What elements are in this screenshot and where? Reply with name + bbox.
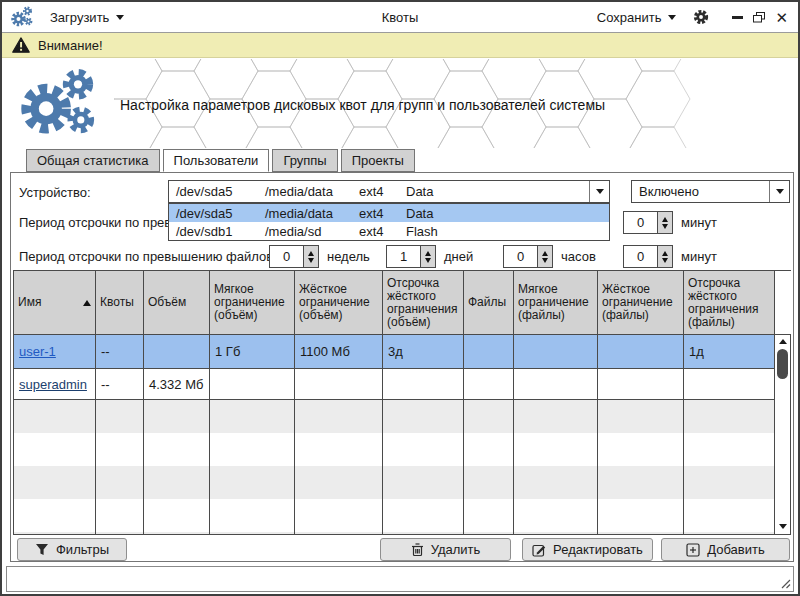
edit-button[interactable]: Редактировать: [522, 538, 653, 561]
col-header-hard-files[interactable]: Жёсткое ограничение (файлы): [598, 271, 684, 335]
col-header-volume[interactable]: Объём: [144, 271, 210, 335]
device-select[interactable]: /dev/sda5 /media/data ext4 Data: [168, 180, 610, 203]
device-dev: /dev/sda5: [169, 184, 265, 199]
unit-hours-label: часов: [561, 249, 596, 264]
status-bar: [6, 566, 794, 592]
option-fs: ext4: [359, 224, 406, 239]
spinner-value: 0: [270, 246, 303, 267]
settings-gear-icon[interactable]: [692, 8, 710, 26]
spinner-value: 0: [504, 246, 537, 267]
period-files-label: Период отсрочки по превышению файлов:: [19, 249, 277, 264]
page-description: Настройка параметров дисковых квот для г…: [120, 97, 605, 113]
combo-arrow-button[interactable]: [769, 181, 789, 202]
spinner-arrows[interactable]: [657, 212, 672, 233]
scrollbar-thumb[interactable]: [777, 349, 788, 379]
cell-soft-volume: 1 Гб: [210, 335, 295, 369]
device-mount: /media/data: [265, 184, 359, 199]
tab-bar: Общая статистика Пользователи Группы Про…: [26, 149, 418, 172]
files-minutes-spinner[interactable]: 0: [623, 245, 673, 268]
scroll-up-button[interactable]: [775, 335, 790, 348]
option-title: Data: [406, 206, 433, 221]
close-button[interactable]: ✕: [775, 10, 788, 25]
app-gears-icon: [10, 5, 34, 29]
save-menu-button[interactable]: Сохранить: [597, 10, 677, 25]
spinner-arrows[interactable]: [537, 246, 552, 267]
quota-table: Имя Квоты Объём Мягкое ограничение (объё…: [13, 270, 791, 535]
cell-hard-files: [598, 335, 684, 369]
cell-hard-volume: 1100 Мб: [295, 335, 383, 369]
col-header-soft-files[interactable]: Мягкое ограничение (файлы): [514, 271, 598, 335]
cell-quotas: --: [96, 335, 144, 369]
table-row-superadmin[interactable]: superadmin -- 4.332 Мб: [14, 369, 775, 400]
col-header-name[interactable]: Имя: [14, 271, 96, 335]
warning-text: Внимание!: [38, 38, 103, 53]
scrollbar-header-spacer: [775, 271, 791, 335]
trash-icon: [411, 543, 424, 557]
edit-label: Редактировать: [553, 542, 643, 557]
device-option-data[interactable]: /dev/sda5 /media/data ext4 Data: [169, 204, 609, 222]
filters-label: Фильтры: [56, 542, 109, 557]
spinner-arrows[interactable]: [303, 246, 318, 267]
delete-button[interactable]: Удалить: [380, 538, 511, 561]
cell-hard-volume: [295, 369, 383, 400]
col-header-hard-volume[interactable]: Жёсткое ограничение (объём): [295, 271, 383, 335]
device-option-flash[interactable]: /dev/sdb1 /media/sd ext4 Flash: [169, 222, 609, 240]
cell-grace-files: [684, 369, 775, 400]
filters-button[interactable]: Фильтры: [17, 538, 127, 561]
device-dropdown-list: /dev/sda5 /media/data ext4 Data /dev/sdb…: [168, 203, 610, 241]
window-controls: ✕: [732, 10, 788, 25]
cell-files: [464, 369, 514, 400]
minimize-button[interactable]: [732, 16, 743, 19]
option-dev: /dev/sda5: [169, 206, 265, 221]
col-header-quotas[interactable]: Квоты: [96, 271, 144, 335]
user-link[interactable]: user-1: [19, 344, 56, 359]
page-header: Настройка параметров дисковых квот для г…: [2, 59, 798, 148]
device-title: Data: [406, 184, 433, 199]
spinner-arrows[interactable]: [420, 246, 435, 267]
col-header-soft-volume[interactable]: Мягкое ограничение (объём): [210, 271, 295, 335]
table-row-user-1[interactable]: user-1 -- 1 Гб 1100 Мб 3д 1д: [14, 335, 775, 369]
unit-days-label: дней: [444, 249, 473, 264]
volume-minutes-spinner[interactable]: 0: [623, 211, 673, 234]
title-bar: Загрузить Квоты Сохранить ✕: [2, 2, 798, 33]
tab-general-stats[interactable]: Общая статистика: [26, 149, 160, 172]
spinner-arrows[interactable]: [657, 246, 672, 267]
cell-grace-volume: 3д: [383, 335, 464, 369]
warning-triangle-icon: [12, 37, 30, 53]
col-header-grace-volume[interactable]: Отсрочка жёсткого ограничения (объём): [383, 271, 464, 335]
chevron-down-icon: [596, 189, 604, 194]
cell-hard-files: [598, 369, 684, 400]
table-header-row: Имя Квоты Объём Мягкое ограничение (объё…: [14, 271, 790, 335]
quota-state-select[interactable]: Включено: [631, 180, 790, 203]
chevron-down-icon: [776, 189, 784, 194]
spinner-value: 0: [624, 246, 657, 267]
scroll-down-button[interactable]: [775, 520, 790, 533]
table-empty-area: [14, 400, 775, 534]
filter-funnel-icon: [35, 543, 49, 556]
col-header-files[interactable]: Файлы: [464, 271, 514, 335]
load-menu-label: Загрузить: [50, 10, 109, 25]
vertical-scrollbar[interactable]: [774, 335, 790, 534]
cell-soft-files: [514, 369, 598, 400]
tab-groups[interactable]: Группы: [272, 149, 337, 172]
quota-state-value: Включено: [632, 184, 699, 199]
combo-arrow-button[interactable]: [589, 181, 609, 202]
maximize-button[interactable]: [753, 12, 765, 23]
tab-projects[interactable]: Проекты: [341, 149, 415, 172]
load-menu-button[interactable]: Загрузить: [50, 10, 124, 25]
files-weeks-spinner[interactable]: 0: [269, 245, 319, 268]
user-link[interactable]: superadmin: [19, 377, 87, 392]
files-hours-spinner[interactable]: 0: [503, 245, 553, 268]
col-header-grace-files[interactable]: Отсрочка жёсткого ограничения (файлы): [684, 271, 775, 335]
add-button[interactable]: Добавить: [661, 538, 790, 561]
chevron-down-icon: [116, 15, 124, 20]
tab-users[interactable]: Пользователи: [163, 149, 270, 172]
unit-minutes-label: минут: [681, 249, 717, 264]
cell-volume: 4.332 Мб: [144, 369, 210, 400]
delete-label: Удалить: [431, 542, 481, 557]
files-days-spinner[interactable]: 1: [386, 245, 436, 268]
unit-weeks-label: недель: [327, 249, 370, 264]
resize-grip[interactable]: [778, 576, 791, 589]
option-title: Flash: [406, 224, 438, 239]
edit-pencil-icon: [532, 543, 546, 557]
